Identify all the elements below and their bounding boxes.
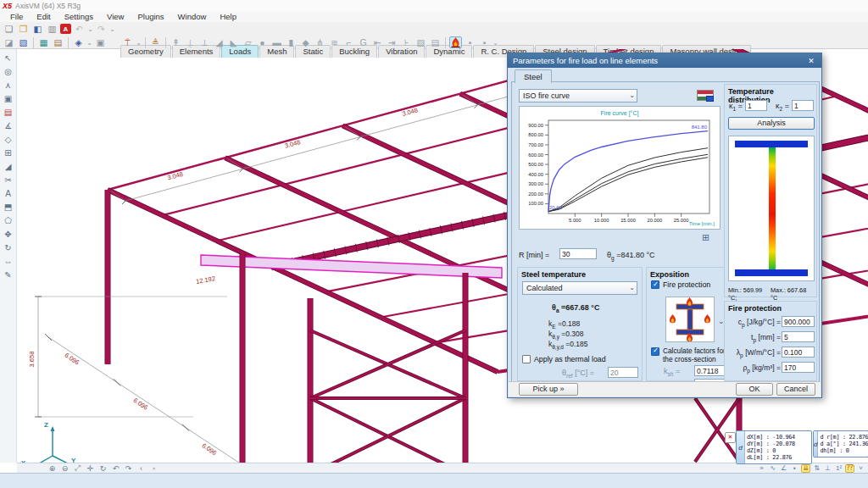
surface-load-icon[interactable]: ▱ bbox=[242, 36, 254, 48]
national-annex-flag-icon[interactable] bbox=[697, 90, 714, 101]
dimension-tick[interactable] bbox=[182, 424, 189, 431]
zoom-in-icon[interactable]: ⊕ bbox=[47, 463, 58, 473]
perpendicular-snap-icon[interactable]: ⊥ bbox=[823, 464, 832, 473]
coordinate-panel-collapse-icon[interactable]: ˅ bbox=[856, 464, 865, 473]
dimension-line[interactable] bbox=[48, 337, 254, 463]
undo-icon[interactable]: ↶ bbox=[73, 23, 86, 35]
auto-intersect-icon[interactable]: ⁇ bbox=[845, 464, 854, 473]
ok-button[interactable]: OK bbox=[736, 383, 773, 396]
reference-temperature-input[interactable] bbox=[608, 367, 638, 378]
zoom-fit-icon[interactable]: ⤢ bbox=[72, 463, 83, 473]
nodal-load-icon[interactable]: ↟ bbox=[170, 36, 182, 48]
circle-load-icon[interactable]: ● bbox=[256, 36, 269, 48]
menu-view[interactable]: View bbox=[100, 12, 131, 21]
fire-load-icon[interactable] bbox=[449, 36, 462, 48]
dialog-title-bar[interactable]: Parameters for fire load on line element… bbox=[508, 53, 821, 68]
new-file-icon[interactable]: ❏ bbox=[3, 23, 15, 35]
kappa1-input[interactable] bbox=[745, 100, 767, 111]
chart-export-icon[interactable]: ⊞ bbox=[702, 232, 709, 243]
menu-edit[interactable]: Edit bbox=[30, 12, 57, 21]
grid-snap-icon[interactable]: ▪ bbox=[790, 464, 799, 473]
relative-coords-icon[interactable]: ⇅ bbox=[812, 464, 821, 473]
display-mode-icon[interactable]: ▧ bbox=[17, 36, 30, 48]
compression-icon[interactable]: ⇥ bbox=[386, 36, 398, 48]
coordinate-panel-close-button[interactable]: ✕ bbox=[725, 432, 736, 443]
dimension-tick[interactable] bbox=[45, 334, 52, 341]
zoom-out-icon[interactable]: ⊖ bbox=[59, 463, 70, 473]
table-browser-icon[interactable]: ▦ bbox=[37, 36, 50, 48]
coordinate-units-icon[interactable]: 1² bbox=[834, 464, 843, 473]
delta-mode-button[interactable]: d bbox=[737, 431, 745, 463]
more-loads-icon[interactable]: ⌄ bbox=[492, 36, 498, 48]
view-box-icon[interactable]: ▫ bbox=[148, 463, 159, 473]
menu-help[interactable]: Help bbox=[213, 12, 243, 21]
patch-load-icon[interactable]: ▬ bbox=[270, 36, 283, 48]
shadow-factor-input[interactable] bbox=[694, 365, 728, 376]
menu-plugins[interactable]: Plugins bbox=[131, 12, 170, 21]
axis-x[interactable] bbox=[29, 456, 53, 463]
menu-file[interactable]: File bbox=[3, 12, 30, 21]
redo-icon[interactable]: ↷ bbox=[95, 23, 108, 35]
steel-temperature-mode-select[interactable]: Calculated ⌄ bbox=[522, 281, 637, 295]
slope-load-icon[interactable]: ◣ bbox=[227, 36, 240, 48]
redo-icon-dropdown[interactable]: ⌄ bbox=[109, 23, 115, 35]
fire-protection-checkbox[interactable]: Fire protection bbox=[651, 280, 710, 289]
edge-load-icon[interactable]: ⟂ bbox=[198, 36, 211, 48]
point-load-icon[interactable]: ⍊ bbox=[184, 36, 197, 48]
fire-protection-param-input[interactable] bbox=[782, 331, 815, 342]
open-file-icon[interactable]: ❐ bbox=[17, 23, 30, 35]
angle-snap-icon[interactable]: ∠ bbox=[779, 464, 788, 473]
frame-member[interactable] bbox=[108, 190, 498, 372]
apply-thermal-load-checkbox[interactable]: Apply as thermal load bbox=[522, 355, 606, 363]
fire-curve-select[interactable]: ISO fire curve ⌄ bbox=[519, 89, 637, 103]
trajectory-snap-icon[interactable]: ∿ bbox=[768, 464, 777, 473]
moment-load-icon[interactable]: ⌐ bbox=[342, 36, 355, 48]
expand-panel-icon[interactable]: » bbox=[757, 464, 766, 473]
dimension-tick[interactable] bbox=[114, 379, 120, 385]
pushover-load-icon[interactable]: ▪ bbox=[478, 36, 491, 48]
dialog-close-icon[interactable]: ✕ bbox=[804, 57, 818, 65]
eraser-icon[interactable]: ◪ bbox=[3, 36, 15, 48]
layer-manager-icon-dropdown[interactable]: ⌄ bbox=[86, 36, 92, 48]
derived-load-icon[interactable]: ◆ bbox=[299, 36, 312, 48]
load-case-icon[interactable]: ⍑ bbox=[121, 36, 134, 48]
rotate-view-icon[interactable]: ↻ bbox=[97, 463, 108, 473]
layer-manager-icon[interactable]: ◈ bbox=[72, 36, 85, 48]
load-case-icon-dropdown[interactable]: ⌄ bbox=[136, 36, 142, 48]
fluid-load-icon[interactable]: ≋ bbox=[328, 36, 341, 48]
menu-settings[interactable]: Settings bbox=[58, 12, 100, 21]
support-motion-icon[interactable]: ⊦ bbox=[400, 36, 413, 48]
self-weight-icon[interactable]: G bbox=[357, 36, 370, 48]
snow-load-icon[interactable]: ▤ bbox=[429, 36, 442, 48]
undo-icon-dropdown[interactable]: ⌄ bbox=[87, 23, 93, 35]
save-icon[interactable]: ◧ bbox=[31, 23, 44, 35]
pick-up-button[interactable]: Pick up » bbox=[519, 383, 578, 396]
collapse-nav-icon[interactable]: ‹ bbox=[136, 463, 147, 473]
calc-factors-checkbox[interactable]: Calculate factors for the cross-section bbox=[651, 347, 729, 363]
load-combination-icon[interactable]: ≜ bbox=[149, 36, 162, 48]
tab-steel[interactable]: Steel bbox=[515, 69, 552, 83]
fork-load-icon[interactable]: ⋔ bbox=[314, 36, 326, 48]
cancel-button[interactable]: Cancel bbox=[776, 383, 815, 396]
pan-view-icon[interactable]: ✛ bbox=[85, 463, 96, 473]
report-maker-icon[interactable]: ▤ bbox=[52, 36, 64, 48]
fire-resistance-input[interactable] bbox=[559, 248, 597, 259]
ramp-load-icon[interactable]: ◢ bbox=[213, 36, 225, 48]
analysis-button[interactable]: Analysis bbox=[728, 117, 815, 130]
undo-view-icon[interactable]: ↶ bbox=[110, 463, 121, 473]
thermal-load-icon[interactable]: ▨ bbox=[415, 36, 427, 48]
vertical-snap-icon[interactable]: ⇊ bbox=[801, 464, 810, 473]
kappa2-input[interactable] bbox=[792, 100, 814, 111]
tension-icon[interactable]: ⇤ bbox=[371, 36, 384, 48]
seismic-load-icon[interactable]: ▪ bbox=[464, 36, 476, 48]
redo-view-icon[interactable]: ↷ bbox=[123, 463, 134, 473]
pdf-icon[interactable]: A bbox=[60, 24, 71, 34]
menu-window[interactable]: Window bbox=[171, 12, 214, 21]
exposition-cross-section-picture[interactable] bbox=[665, 297, 715, 342]
fire-protection-param-input[interactable] bbox=[782, 316, 815, 327]
selected-line-element[interactable] bbox=[201, 255, 502, 278]
domain-load-icon[interactable]: ▮ bbox=[285, 36, 298, 48]
fire-protection-param-input[interactable] bbox=[782, 362, 815, 373]
fire-protection-param-input[interactable] bbox=[782, 347, 815, 358]
drawing-library-icon[interactable]: ▣ bbox=[94, 36, 107, 48]
